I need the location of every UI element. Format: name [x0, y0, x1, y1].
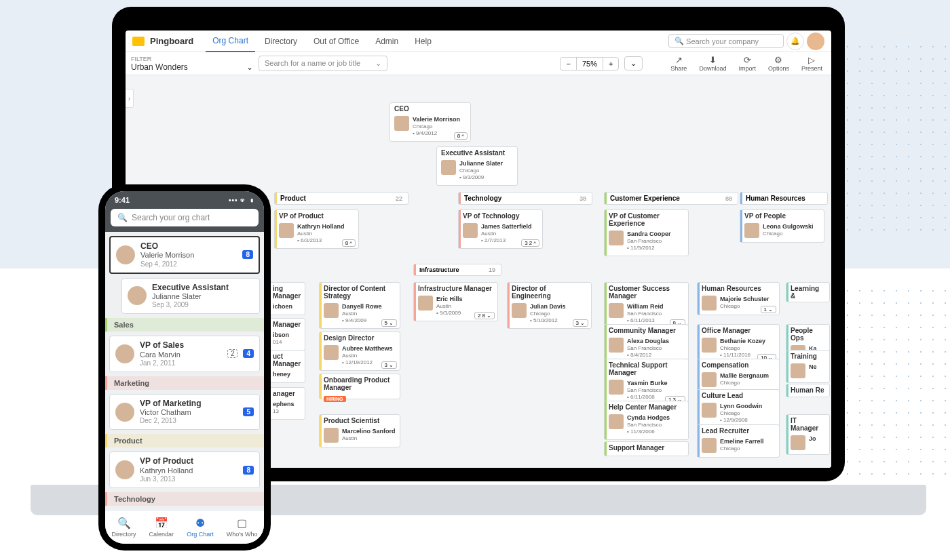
node-community-manager[interactable]: Community ManagerAlexa DouglasSan Franci…	[604, 324, 689, 363]
expand-button[interactable]: ⌄	[625, 57, 642, 70]
node-culture-lead[interactable]: Culture LeadLynn GoodwinChicago• 12/9/20…	[697, 389, 780, 428]
avatar	[702, 403, 717, 418]
dept-product[interactable]: Product22	[274, 192, 408, 205]
node-tech-support-manager[interactable]: Technical Support ManagerYasmin BurkeSan…	[604, 359, 689, 405]
nav-org-chart[interactable]: Org Chart	[206, 31, 255, 52]
node-infra-manager[interactable]: Infrastructure ManagerEric HillsAustin• …	[413, 282, 498, 321]
dept-cx[interactable]: Customer Experience88	[604, 192, 738, 205]
node-ceo[interactable]: CEO Valerie MorrisonChicago• 9/4/2012 8 …	[390, 102, 471, 142]
name-search-input[interactable]: Search for a name or job title ⌄	[259, 56, 387, 71]
phone-org-list[interactable]: CEOValerie MorrisonSep 4, 20128Executive…	[105, 232, 264, 510]
node-training[interactable]: TrainingNe	[786, 350, 830, 383]
phone-dept-header: Product	[105, 434, 264, 447]
search-icon: 🔍	[117, 517, 131, 529]
node-vp-technology[interactable]: VP of TechnologyJames SatterfieldAustin•…	[458, 209, 543, 249]
avatar	[744, 223, 759, 238]
node-it-manager[interactable]: IT ManagerJo	[786, 414, 830, 455]
top-nav: Pingboard Org Chart Directory Out of Off…	[126, 31, 831, 52]
node-partial[interactable]: ing Managerichoen	[268, 282, 305, 315]
notifications-icon[interactable]: 🔔	[786, 33, 804, 50]
node-partial[interactable]: anagerephens13	[268, 387, 305, 420]
dept-hr[interactable]: Human Resources	[740, 192, 828, 205]
node-partial[interactable]: Manageribson014	[268, 318, 305, 351]
phone-mockup: 9:41 ••• ᯤ ▮ 🔍 Search your org chart CEO…	[98, 184, 271, 551]
node-lead-recruiter[interactable]: Lead RecruiterEmeline FarrellChicago	[697, 424, 780, 458]
avatar	[609, 380, 624, 395]
node-onboarding-pm[interactable]: Onboarding Product ManagerHIRING	[319, 374, 400, 399]
avatar	[609, 303, 624, 318]
avatar	[441, 160, 456, 175]
node-help-center-manager[interactable]: Help Center ManagerCynda HodgesSan Franc…	[604, 401, 689, 440]
dept-technology[interactable]: Technology38	[458, 192, 592, 205]
avatar	[279, 223, 294, 238]
phone-org-item[interactable]: VP of SalesCara MarvinJan 2, 201124	[109, 336, 260, 372]
phone-org-item[interactable]: CEOValerie MorrisonSep 4, 20128	[109, 236, 260, 274]
tab-directory[interactable]: 🔍Directory	[112, 517, 136, 538]
node-executive-assistant[interactable]: Executive Assistant Julianne SlaterChica…	[436, 146, 518, 186]
zoom-in-button[interactable]: +	[603, 58, 618, 70]
nav-help[interactable]: Help	[408, 31, 438, 52]
nav-directory[interactable]: Directory	[258, 31, 304, 52]
node-office-manager[interactable]: Office ManagerBethanie KozeyChicago• 11/…	[697, 324, 780, 363]
present-button[interactable]: ▷Present	[798, 55, 826, 72]
node-content-strategy[interactable]: Director of Content StrategyDanyell Rowe…	[319, 282, 400, 329]
avatar	[702, 372, 717, 387]
avatar	[116, 245, 135, 264]
count-badge[interactable]: 3 2 ^	[521, 239, 539, 247]
avatar	[702, 296, 717, 311]
count-badge: 5	[243, 407, 254, 416]
node-product-scientist[interactable]: Product ScientistMarcelino SanfordAustin	[319, 414, 400, 447]
sidebar-expand-tab[interactable]: ›	[126, 89, 134, 108]
count-badge[interactable]: 8 ^	[342, 239, 356, 247]
download-button[interactable]: ⬇Download	[696, 55, 729, 72]
nav-admin[interactable]: Admin	[368, 31, 405, 52]
brand-name: Pingboard	[150, 36, 193, 46]
search-company-input[interactable]: 🔍 Search your company	[668, 34, 784, 48]
count-badge: 8	[242, 250, 253, 259]
node-learning[interactable]: Learning &	[786, 282, 830, 302]
phone-org-item[interactable]: Executive AssistantJulianne SlaterSep 3,…	[121, 278, 260, 315]
present-icon: ▷	[808, 55, 815, 65]
node-human-re[interactable]: Human Re	[786, 384, 830, 397]
import-icon: ⟳	[744, 55, 751, 65]
node-hr[interactable]: Human ResourcesMajorie SchusterChicago1 …	[697, 282, 780, 315]
node-cs-manager[interactable]: Customer Success ManagerWilliam ReidSan …	[604, 282, 689, 329]
phone-org-item[interactable]: VP of ProductKathryn HollandJun 3, 20138	[109, 452, 260, 488]
sub-infrastructure[interactable]: Infrastructure19	[413, 264, 501, 276]
share-button[interactable]: ↗Share	[667, 55, 690, 72]
avatar	[324, 303, 339, 318]
phone-org-item[interactable]: VP of MarketingVictor ChathamDec 2, 2013…	[109, 394, 260, 431]
import-button[interactable]: ⟳Import	[735, 55, 759, 72]
node-vp-cx[interactable]: VP of Customer ExperienceSandra CooperSa…	[604, 209, 689, 256]
count-badge[interactable]: 8 ^	[454, 132, 468, 140]
node-vp-people[interactable]: VP of PeopleLeona GulgowskiChicago	[740, 209, 824, 243]
avatar	[128, 286, 147, 305]
tab-whos-who[interactable]: ▢Who's Who	[227, 517, 258, 538]
phone-search-input[interactable]: 🔍 Search your org chart	[111, 209, 259, 226]
node-dir-engineering[interactable]: Director of EngineeringJulian DavisChica…	[507, 282, 592, 329]
node-design-director[interactable]: Design DirectorAubree MatthewsAustin• 12…	[319, 332, 400, 371]
zoom-level: 75%	[577, 58, 603, 70]
filter-dropdown[interactable]: FILTER Urban Wonders⌄	[131, 56, 253, 72]
nav-out-of-office[interactable]: Out of Office	[307, 31, 366, 52]
avatar	[791, 363, 805, 378]
tab-org-chart[interactable]: ⚉Org Chart	[187, 517, 214, 538]
phone-dept-header: Sales	[105, 318, 264, 332]
whos-who-icon: ▢	[237, 517, 247, 529]
avatar	[115, 344, 134, 363]
options-button[interactable]: ⚙Options	[765, 55, 793, 72]
count-badge: 8	[243, 466, 254, 475]
tab-calendar[interactable]: 📅Calendar	[149, 517, 174, 538]
avatar	[463, 223, 478, 238]
avatar	[324, 428, 339, 443]
chevron-down-icon: ⌄	[375, 59, 381, 68]
node-support-manager[interactable]: Support Manager	[604, 441, 689, 456]
status-icons: ••• ᯤ ▮	[229, 197, 254, 204]
avatar	[394, 116, 409, 131]
node-compensation[interactable]: CompensationMallie BergnaumChicago	[697, 359, 780, 392]
node-vp-product[interactable]: VP of ProductKathryn HollandAustin• 6/3/…	[274, 209, 359, 249]
node-partial[interactable]: uct Managerheney	[268, 350, 305, 383]
user-avatar[interactable]	[807, 33, 824, 50]
avatar	[609, 338, 624, 353]
zoom-out-button[interactable]: −	[560, 58, 576, 70]
